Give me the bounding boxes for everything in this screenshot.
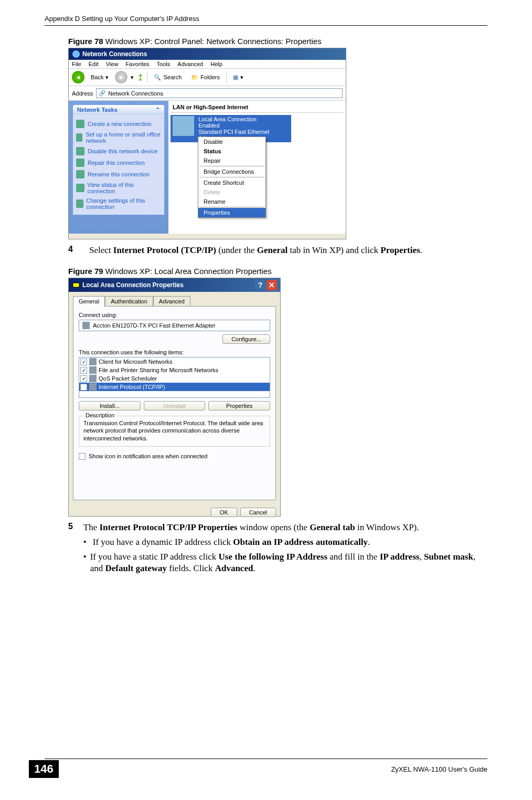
tab-authentication[interactable]: Authentication — [105, 296, 153, 306]
page-number: 146 — [29, 760, 59, 778]
forward-icon[interactable]: ► — [115, 71, 127, 83]
titlebar: Network Connections — [69, 48, 346, 60]
checkbox-icon[interactable]: ✓ — [80, 359, 87, 365]
task-setup-network[interactable]: Set up a home or small office network — [76, 130, 161, 145]
views-button[interactable]: ▦▾ — [230, 73, 247, 82]
network-tasks-header[interactable]: Network Tasks ⌃ — [73, 105, 164, 115]
ctx-properties[interactable]: Properties — [198, 208, 265, 217]
list-item-tcpip[interactable]: ✓Internet Protocol (TCP/IP) — [79, 383, 270, 391]
task-view-status[interactable]: View status of this connection — [76, 180, 161, 196]
qos-icon — [89, 375, 97, 382]
step-5: 5 The Internet Protocol TCP/IP Propertie… — [68, 522, 487, 577]
page-content: Figure 78 Windows XP: Control Panel: Net… — [68, 37, 487, 588]
tab-general[interactable]: General — [73, 296, 105, 307]
share-icon — [89, 366, 97, 374]
home-icon — [76, 133, 82, 142]
footer-separator — [45, 759, 487, 759]
step-4-text: Select Internet Protocol (TCP/IP) (under… — [89, 245, 422, 256]
lac-properties-dialog: Local Area Connection Properties ? ✕ Gen… — [68, 278, 281, 517]
search-button[interactable]: 🔍 Search — [151, 73, 185, 82]
list-item-file-printer[interactable]: ✓File and Printer Sharing for Microsoft … — [79, 366, 270, 374]
folders-button[interactable]: 📁 Folders — [188, 73, 223, 82]
dialog-title: Local Area Connection Properties — [82, 281, 184, 289]
address-label: Address — [72, 90, 93, 97]
connection-name: Local Area Connection — [198, 116, 289, 122]
show-icon-checkbox[interactable] — [79, 453, 86, 460]
bullet-icon: • — [83, 536, 93, 548]
menu-edit[interactable]: Edit — [89, 61, 99, 67]
ctx-shortcut[interactable]: Create Shortcut — [198, 178, 265, 187]
cancel-button[interactable]: Cancel — [240, 508, 276, 517]
settings-icon — [76, 199, 83, 208]
menu-tools[interactable]: Tools — [157, 61, 171, 67]
figure-78-caption: Figure 78 Windows XP: Control Panel: Net… — [68, 37, 487, 46]
bullet-static-ip: • If you have a static IP address click … — [83, 551, 487, 574]
menu-help[interactable]: Help — [210, 61, 222, 67]
task-change-settings[interactable]: Change settings of this connection — [76, 196, 161, 212]
titlebar-buttons: ? ✕ — [255, 280, 277, 290]
list-item-client[interactable]: ✓Client for Microsoft Networks — [79, 357, 270, 366]
task-create-connection[interactable]: Create a new connection — [76, 118, 161, 130]
task-disable-device[interactable]: Disable this network device — [76, 145, 161, 157]
tab-row: General Authentication Advanced — [73, 296, 276, 306]
back-button[interactable]: Back ▾ — [88, 73, 112, 82]
checkbox-icon[interactable]: ✓ — [80, 367, 87, 374]
header-separator — [45, 25, 487, 26]
checkbox-icon[interactable]: ✓ — [80, 375, 87, 382]
show-icon-label: Show icon in notification area when conn… — [89, 453, 207, 459]
figure-78-caption-text: Windows XP: Control Panel: Network Conne… — [103, 37, 322, 46]
repair-icon — [76, 159, 84, 167]
toolbar: ◄ Back ▾ ► ▾ ↥ 🔍 Search 📁 Folders ▦▾ — [69, 68, 346, 86]
tcpip-icon — [89, 383, 97, 391]
dialog-titlebar: Local Area Connection Properties ? ✕ — [69, 278, 280, 292]
step-4: 4 Select Internet Protocol (TCP/IP) (und… — [68, 245, 487, 256]
figure-79-caption: Figure 79 Windows XP: Local Area Connect… — [68, 267, 487, 276]
menu-file[interactable]: File — [72, 61, 81, 67]
main-pane: LAN or High-Speed Internet Local Area Co… — [168, 101, 346, 234]
configure-button[interactable]: Configure... — [222, 334, 270, 344]
ctx-delete: Delete — [198, 187, 265, 197]
show-icon-row[interactable]: Show icon in notification area when conn… — [79, 453, 270, 460]
tab-advanced[interactable]: Advanced — [153, 296, 190, 306]
connection-status: Enabled — [198, 122, 289, 129]
collapse-icon[interactable]: ⌃ — [155, 107, 160, 113]
description-label: Description — [83, 412, 116, 418]
folders-icon: 📁 — [191, 74, 198, 81]
task-repair[interactable]: Repair this connection — [76, 157, 161, 169]
ctx-disable[interactable]: Disable — [198, 137, 265, 146]
running-header: Appendix D Setting up Your Computer's IP… — [45, 15, 199, 23]
list-item-qos[interactable]: ✓QoS Packet Scheduler — [79, 374, 270, 383]
ok-button[interactable]: OK — [211, 508, 237, 517]
ctx-repair[interactable]: Repair — [198, 156, 265, 165]
context-menu: Disable Status Repair Bridge Connections… — [198, 136, 266, 218]
address-input[interactable]: 🔗 Network Connections — [96, 88, 343, 98]
task-rename[interactable]: Rename this connection — [76, 169, 161, 180]
adapter-field: Accton EN1207D-TX PCI Fast Ethernet Adap… — [79, 320, 270, 331]
components-list[interactable]: ✓Client for Microsoft Networks ✓File and… — [79, 357, 270, 398]
up-icon[interactable]: ↥ — [137, 72, 144, 82]
bullet-icon: • — [83, 551, 90, 574]
help-button[interactable]: ? — [255, 280, 265, 290]
connect-using-label: Connect using: — [79, 312, 270, 318]
checkbox-icon[interactable]: ✓ — [80, 384, 87, 391]
dialog-icon — [72, 281, 80, 289]
properties-button[interactable]: Properties — [208, 401, 270, 410]
step-5-number: 5 — [68, 522, 83, 577]
back-icon[interactable]: ◄ — [72, 71, 84, 83]
menu-advanced[interactable]: Advanced — [177, 61, 203, 67]
window-icon — [72, 50, 80, 58]
views-icon: ▦ — [233, 74, 238, 81]
window-body: Network Tasks ⌃ Create a new connection … — [69, 101, 346, 234]
menu-favorites[interactable]: Favorites — [125, 61, 149, 67]
uninstall-button: Uninstall — [144, 401, 206, 410]
close-button[interactable]: ✕ — [267, 280, 277, 290]
ctx-rename[interactable]: Rename — [198, 197, 265, 206]
client-icon — [89, 358, 97, 365]
dialog-buttons: OK Cancel — [69, 504, 280, 520]
ctx-separator-1 — [199, 166, 264, 166]
ctx-status[interactable]: Status — [198, 146, 265, 156]
ctx-bridge[interactable]: Bridge Connections — [198, 167, 265, 176]
adapter-name: Accton EN1207D-TX PCI Fast Ethernet Adap… — [93, 322, 216, 329]
menu-view[interactable]: View — [106, 61, 119, 67]
install-button[interactable]: Install... — [79, 401, 141, 410]
